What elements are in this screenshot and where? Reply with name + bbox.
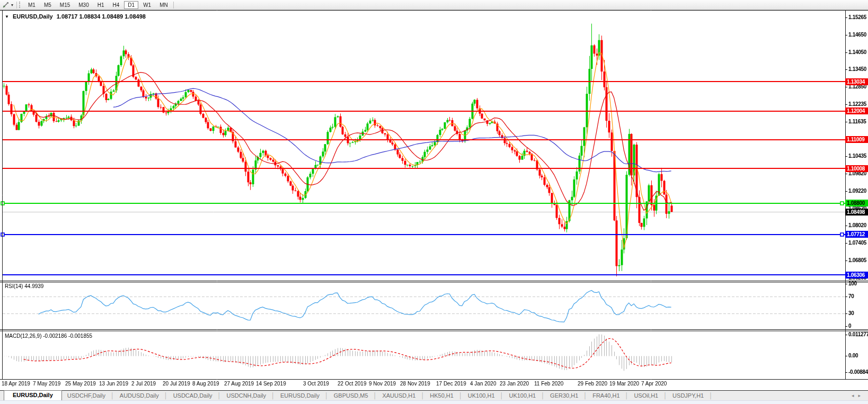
tab-separator: │: [271, 392, 275, 400]
price-chart-canvas[interactable]: [0, 0, 868, 404]
chart-tab-eurusd-daily[interactable]: EURUSD,Daily: [275, 391, 325, 400]
timeframe-button-h4[interactable]: H4: [109, 1, 123, 9]
toolbar-caret-icon[interactable]: ▾: [11, 3, 15, 7]
tab-separator: │: [709, 392, 713, 400]
tab-separator: │: [164, 392, 168, 400]
chart-tab-gbpusd-m5[interactable]: GBPUSD,M5: [329, 391, 374, 400]
chart-tab-ger30-h1[interactable]: GER30,H1: [545, 391, 583, 400]
tabs-scroll-left-icon[interactable]: ◂: [852, 393, 858, 398]
chart-tab-usdcnh-daily[interactable]: USDCNH,Daily: [221, 391, 271, 400]
chart-tab-usdjpy-h1[interactable]: USDJPY,H1: [667, 391, 709, 400]
toolbar-separator: [16, 2, 17, 8]
chart-tab-usdchf-daily[interactable]: USDCHF,Daily: [62, 391, 111, 400]
timeframe-toolbar: M1M5M15M30H1H4D1W1MN: [24, 1, 172, 9]
timeframe-button-m15[interactable]: M15: [56, 1, 74, 9]
tab-separator: │: [583, 392, 587, 400]
chart-tab-xauusd-h1[interactable]: XAUUSD,H1: [377, 391, 421, 400]
tab-separator: │: [421, 392, 424, 400]
tab-separator: │: [111, 392, 114, 400]
timeframe-button-mn[interactable]: MN: [156, 1, 172, 9]
chart-tab-usoil-h1[interactable]: USOil,H1: [628, 391, 663, 400]
toolbar: ▾ M1M5M15M30H1H4D1W1MN: [0, 0, 868, 10]
chart-tab-bar: EURUSD,DailyUSDCHF,Daily│AUDUSD,Daily│US…: [0, 390, 868, 400]
tab-separator: │: [500, 392, 504, 400]
tab-separator: │: [663, 392, 667, 400]
chart-tab-uk100-h1[interactable]: UK100,H1: [503, 391, 541, 400]
tab-separator: │: [374, 392, 377, 400]
timeframe-button-m1[interactable]: M1: [24, 1, 39, 9]
timeframe-button-d1[interactable]: D1: [124, 1, 138, 9]
chart-tab-audusd-daily[interactable]: AUDUSD,Daily: [114, 391, 164, 400]
toolbar-separator: [173, 2, 174, 8]
tab-separator: │: [325, 392, 329, 400]
status-bar: [0, 400, 868, 404]
chart-tab-uk100-h1[interactable]: UK100,H1: [463, 391, 500, 400]
tab-separator: │: [218, 392, 222, 400]
chart-tab-eurusd-daily[interactable]: EURUSD,Daily: [4, 390, 62, 400]
timeframe-button-h1[interactable]: H1: [94, 1, 108, 9]
timeframe-button-m5[interactable]: M5: [40, 1, 55, 9]
tab-separator: │: [625, 392, 629, 400]
timeframe-button-w1[interactable]: W1: [139, 1, 155, 9]
toolbar-grip: [19, 2, 22, 8]
chart-tab-fra40-h1[interactable]: FRA40,H1: [587, 391, 625, 400]
tab-separator: │: [459, 392, 463, 400]
chart-tab-hk50-h1[interactable]: HK50,H1: [424, 391, 459, 400]
tab-separator: │: [541, 392, 545, 400]
chart-tab-usdcad-daily[interactable]: USDCAD,Daily: [168, 391, 218, 400]
tabs-scroll-right-icon[interactable]: ▸: [858, 393, 865, 398]
timeframe-button-m30[interactable]: M30: [75, 1, 92, 9]
trendline-tool-icon[interactable]: [0, 2, 11, 8]
